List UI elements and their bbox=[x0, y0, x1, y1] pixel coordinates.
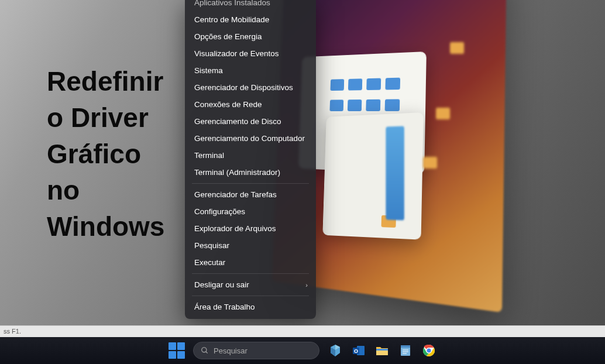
menu-item-run[interactable]: Executar bbox=[185, 254, 316, 271]
menu-item-terminal-admin[interactable]: Terminal (Administrador) bbox=[185, 164, 316, 181]
svg-rect-6 bbox=[376, 349, 388, 351]
menu-item-desktop[interactable]: Área de Trabalho bbox=[185, 298, 316, 315]
menu-item-system[interactable]: Sistema bbox=[185, 62, 316, 79]
status-hint-bar: ss F1. bbox=[0, 325, 605, 337]
taskbar-search[interactable]: Pesquisar bbox=[193, 342, 319, 359]
menu-item-explorer[interactable]: Explorador de Arquivos bbox=[185, 220, 316, 237]
menu-item-apps[interactable]: Aplicativos Instalados bbox=[185, 0, 316, 11]
svg-line-1 bbox=[206, 352, 208, 353]
menu-item-diskmgmt[interactable]: Gerenciamento de Disco bbox=[185, 113, 316, 130]
menu-separator bbox=[192, 273, 309, 274]
menu-item-search[interactable]: Pesquisar bbox=[185, 237, 316, 254]
search-icon bbox=[201, 346, 209, 355]
menu-separator bbox=[192, 183, 309, 184]
menu-item-network[interactable]: Conexões de Rede bbox=[185, 96, 316, 113]
menu-item-taskmgr[interactable]: Gerenciador de Tarefas bbox=[185, 186, 316, 203]
menu-item-mobility[interactable]: Centro de Mobilidade bbox=[185, 11, 316, 28]
file-explorer-icon[interactable] bbox=[374, 343, 390, 358]
menu-separator bbox=[192, 296, 309, 296]
notepad-icon[interactable] bbox=[398, 343, 413, 358]
menu-item-power[interactable]: Opções de Energia bbox=[185, 28, 316, 45]
svg-point-0 bbox=[202, 348, 207, 352]
svg-rect-8 bbox=[401, 345, 410, 348]
search-placeholder: Pesquisar bbox=[214, 346, 248, 355]
chrome-icon[interactable] bbox=[421, 343, 436, 358]
menu-item-eventviewer[interactable]: Visualizador de Eventos bbox=[185, 45, 316, 62]
chevron-right-icon: › bbox=[305, 281, 308, 289]
page-title: Redefinir o Driver Gráfico no Windows bbox=[47, 63, 164, 245]
taskbar: Pesquisar O bbox=[0, 337, 605, 364]
winx-context-menu: Aplicativos Instalados Centro de Mobilid… bbox=[185, 0, 316, 319]
menu-item-compmgmt[interactable]: Gerenciamento do Computador bbox=[185, 130, 316, 147]
menu-item-devicemgr[interactable]: Gerenciador de Dispositivos bbox=[185, 79, 316, 96]
menu-item-shutdown[interactable]: Desligar ou sair › bbox=[185, 276, 316, 293]
start-button[interactable] bbox=[169, 342, 185, 359]
outlook-icon[interactable]: O bbox=[351, 343, 366, 358]
menu-item-terminal[interactable]: Terminal bbox=[185, 147, 316, 164]
menu-item-settings[interactable]: Configurações bbox=[185, 203, 316, 220]
copilot-icon[interactable] bbox=[328, 343, 343, 358]
svg-text:O: O bbox=[354, 348, 358, 354]
